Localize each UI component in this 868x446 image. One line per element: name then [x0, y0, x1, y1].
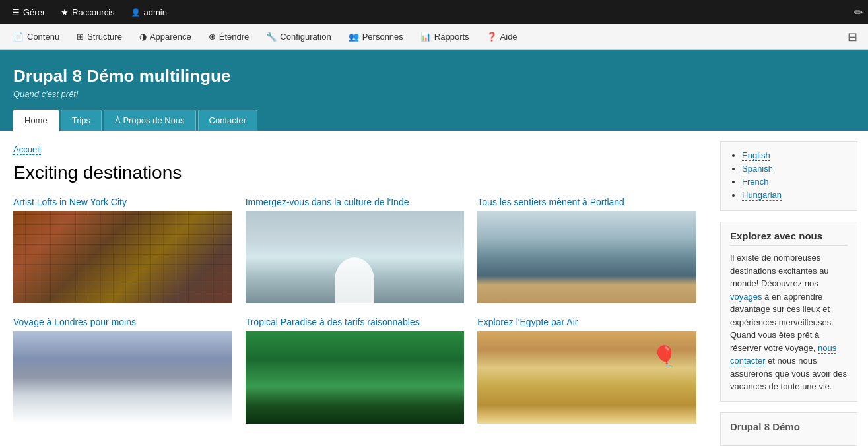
- secondary-nav: 📄 Contenu ⊞ Structure ◑ Apparence ⊕ Éten…: [0, 24, 868, 50]
- tab-contact[interactable]: Contacter: [198, 110, 257, 131]
- destination-image: [477, 211, 696, 303]
- language-link-english[interactable]: English: [742, 150, 770, 161]
- language-link-french[interactable]: French: [742, 177, 768, 187]
- destination-image: [13, 331, 232, 424]
- content-label: Contenu: [27, 32, 59, 42]
- tab-trips[interactable]: Trips: [61, 110, 102, 131]
- config-icon: 🔧: [266, 32, 277, 42]
- manage-menu-button[interactable]: Gérer: [5, 0, 51, 24]
- menu-icon: [12, 7, 20, 17]
- language-link-spanish[interactable]: Spanish: [742, 164, 773, 174]
- main-nav: Home Trips À Propos de Nous Contacter: [13, 110, 855, 131]
- reports-label: Rapports: [434, 32, 469, 42]
- people-label: Personnes: [362, 32, 403, 42]
- destination-card: Tous les sentiers mènent à Portland: [477, 197, 696, 303]
- nous-contacter-link[interactable]: nous contacter: [730, 343, 836, 367]
- tab-home[interactable]: Home: [13, 110, 59, 131]
- edit-shortcut-button[interactable]: [854, 6, 863, 18]
- reports-icon: 📊: [420, 32, 431, 42]
- destination-card: Tropical Paradise à des tarifs raisonnab…: [246, 317, 465, 424]
- shortcuts-label: Raccourcis: [72, 7, 114, 17]
- people-icon: 👥: [349, 32, 359, 42]
- voyages-link[interactable]: voyages: [730, 292, 762, 302]
- language-list: EnglishSpanishFrenchHungarian: [730, 150, 848, 200]
- nav-people[interactable]: 👥 Personnes: [341, 24, 411, 50]
- destination-card: Voyage à Londres pour moins: [13, 317, 232, 424]
- drupal-block: Drupal 8 Démo: [720, 412, 857, 446]
- destination-link[interactable]: Voyage à Londres pour moins: [13, 317, 232, 327]
- destination-link[interactable]: Immergez-vous dans la culture de l'Inde: [246, 197, 465, 207]
- main-content: Accueil Exciting destinations Artist Lof…: [0, 131, 710, 446]
- help-label: Aide: [500, 32, 517, 42]
- explore-block: Explorez avec nous Il existe de nombreus…: [720, 222, 857, 402]
- site-tagline: Quand c'est prêt!: [13, 89, 855, 99]
- admin-top-bar: Gérer Raccourcis admin: [0, 0, 868, 24]
- extend-icon: ⊕: [209, 32, 216, 42]
- page-title: Exciting destinations: [13, 162, 696, 183]
- user-icon: [131, 7, 141, 17]
- secondary-nav-right-action[interactable]: ⊟: [842, 30, 863, 44]
- destination-link[interactable]: Explorez l'Egypte par Air: [477, 317, 696, 327]
- star-icon: [61, 7, 69, 17]
- appearance-icon: ◑: [139, 32, 147, 42]
- site-header: Drupal 8 Démo multilingue Quand c'est pr…: [0, 50, 868, 131]
- destinations-grid: Artist Lofts in New York CityImmergez-vo…: [13, 197, 696, 424]
- tab-about[interactable]: À Propos de Nous: [104, 110, 196, 131]
- sidebar: EnglishSpanishFrenchHungarian Explorez a…: [710, 131, 868, 446]
- language-block: EnglishSpanishFrenchHungarian: [720, 141, 857, 211]
- destination-link[interactable]: Artist Lofts in New York City: [13, 197, 232, 207]
- destination-card: Explorez l'Egypte par Air: [477, 317, 696, 424]
- destination-card: Immergez-vous dans la culture de l'Inde: [246, 197, 465, 303]
- explore-block-text: Il existe de nombreuses destinations exc…: [730, 251, 848, 393]
- user-menu-button[interactable]: admin: [124, 0, 174, 24]
- nav-extend[interactable]: ⊕ Étendre: [201, 24, 257, 50]
- breadcrumb-home-link[interactable]: Accueil: [13, 144, 41, 155]
- shortcuts-button[interactable]: Raccourcis: [54, 0, 121, 24]
- language-list-item: English: [742, 150, 848, 160]
- nav-help[interactable]: ❓ Aide: [479, 24, 525, 50]
- pencil-icon: [854, 7, 863, 18]
- destination-image: [13, 211, 232, 303]
- nav-content[interactable]: 📄 Contenu: [5, 24, 67, 50]
- destination-card: Artist Lofts in New York City: [13, 197, 232, 303]
- nav-reports[interactable]: 📊 Rapports: [413, 24, 477, 50]
- nav-appearance[interactable]: ◑ Apparence: [131, 24, 199, 50]
- extend-label: Étendre: [219, 32, 250, 42]
- language-link-hungarian[interactable]: Hungarian: [742, 190, 782, 201]
- language-list-item: Spanish: [742, 163, 848, 174]
- site-title: Drupal 8 Démo multilingue: [13, 66, 855, 86]
- content-icon: 📄: [13, 32, 24, 42]
- config-label: Configuration: [280, 32, 331, 42]
- destination-image: [246, 211, 465, 303]
- destination-link[interactable]: Tous les sentiers mènent à Portland: [477, 197, 696, 207]
- appearance-label: Apparence: [150, 32, 191, 42]
- destination-link[interactable]: Tropical Paradise à des tarifs raisonnab…: [246, 317, 465, 327]
- explore-block-title: Explorez avec nous: [730, 230, 848, 246]
- nav-configuration[interactable]: 🔧 Configuration: [258, 24, 339, 50]
- admin-user-label: admin: [144, 7, 167, 17]
- breadcrumb: Accueil: [13, 144, 696, 154]
- structure-label: Structure: [87, 32, 122, 42]
- destination-image: [477, 331, 696, 424]
- structure-icon: ⊞: [77, 32, 84, 42]
- language-list-item: French: [742, 176, 848, 187]
- nav-structure[interactable]: ⊞ Structure: [69, 24, 130, 50]
- language-list-item: Hungarian: [742, 189, 848, 200]
- drupal-block-title: Drupal 8 Démo: [730, 421, 848, 432]
- manage-label: Gérer: [23, 7, 45, 17]
- help-icon: ❓: [486, 32, 497, 42]
- destination-image: [246, 331, 465, 424]
- content-wrapper: Accueil Exciting destinations Artist Lof…: [0, 131, 868, 446]
